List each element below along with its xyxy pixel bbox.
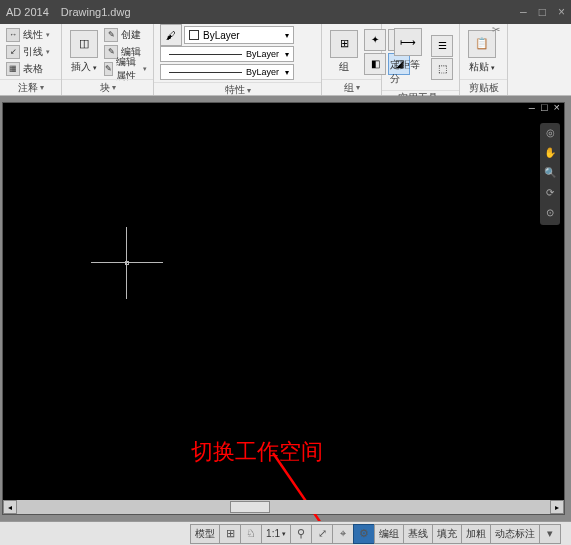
panel-block: ◫ 插入 ▾ ✎创建 ✎编辑 ✎编辑属性▾ 块▾ — [62, 24, 154, 95]
app-name-suffix: AD 2014 — [6, 6, 49, 18]
panel-annotate-title: 注释 — [18, 81, 38, 95]
lock-ui-icon[interactable]: ⤢ — [311, 524, 333, 544]
close-button[interactable]: × — [558, 5, 565, 19]
edit-attributes-button[interactable]: ✎编辑属性▾ — [104, 61, 147, 77]
model-space-button[interactable]: 模型 — [190, 524, 220, 544]
linear-dimension-button[interactable]: ↔线性▾ — [6, 27, 50, 43]
status-toggle-0[interactable]: 编组 — [374, 524, 404, 544]
minimize-button[interactable]: – — [520, 5, 527, 19]
document-area: – □ × ◎ ✋ 🔍 ⟳ ⊙ 切换工作空间 ◂ ▸ — [0, 96, 571, 521]
nav-zoom-icon[interactable]: 🔍 — [543, 167, 557, 181]
measure-button[interactable]: ⟼ 定距等分 — [388, 26, 427, 88]
title-bar: AD 2014 Drawing1.dwg – □ × — [0, 0, 571, 24]
nav-pan-icon[interactable]: ✋ — [543, 147, 557, 161]
scroll-left-button[interactable]: ◂ — [3, 500, 17, 514]
status-toggle-3[interactable]: 加粗 — [461, 524, 491, 544]
panel-group-title: 组 — [344, 81, 354, 95]
panel-clipboard-title: 剪贴板 — [469, 81, 499, 95]
insert-block-icon: ◫ — [70, 30, 98, 58]
scroll-right-button[interactable]: ▸ — [550, 500, 564, 514]
annotation-scale-icon[interactable]: ♘ — [240, 524, 262, 544]
drawing-viewport[interactable]: – □ × ◎ ✋ 🔍 ⟳ ⊙ 切换工作空间 ◂ ▸ — [2, 102, 565, 515]
panel-annotate: ↔线性▾ ↙引线▾ ▦表格 注释▾ — [0, 24, 62, 95]
status-toggle-4[interactable]: 动态标注 — [490, 524, 540, 544]
utility-tool-2[interactable]: ⬚ — [431, 58, 453, 80]
measure-icon: ⟼ — [394, 28, 422, 56]
panel-properties: 🖌 ByLayer ▾ ByLayer▾ ByLayer▾ 特性▾ — [154, 24, 322, 95]
panel-properties-title: 特性 — [225, 83, 245, 97]
status-bar: 模型 ⊞ ♘ 1:1▾ ⚲ ⤢ ⌖ ⚙ 编组 基线 填充 加粗 动态标注 ▾ — [0, 521, 571, 545]
layout-grid-icon[interactable]: ⊞ — [219, 524, 241, 544]
doc-close-button[interactable]: × — [554, 101, 560, 113]
panel-group: ⊞ 组 ✦ □ ◧ ◪ 组▾ — [322, 24, 382, 95]
doc-window-controls: – □ × — [529, 101, 560, 113]
status-toggle-2[interactable]: 填充 — [432, 524, 462, 544]
lineweight-dropdown[interactable]: ByLayer▾ — [160, 64, 294, 80]
layer-color-dropdown[interactable]: ByLayer ▾ — [184, 26, 294, 44]
doc-maximize-button[interactable]: □ — [541, 101, 548, 113]
panel-utilities: ⟼ 定距等分 ☰ ⬚ 实用工具▾ — [382, 24, 460, 95]
group-button[interactable]: ⊞ 组 — [328, 28, 360, 76]
match-properties-button[interactable]: 🖌 — [160, 24, 182, 46]
nav-show-icon[interactable]: ⊙ — [543, 207, 557, 221]
leader-button[interactable]: ↙引线▾ — [6, 44, 50, 60]
doc-minimize-button[interactable]: – — [529, 101, 535, 113]
table-button[interactable]: ▦表格 — [6, 61, 50, 77]
utility-tool-1[interactable]: ☰ — [431, 35, 453, 57]
scroll-thumb[interactable] — [230, 501, 270, 513]
insert-block-button[interactable]: ◫ 插入 ▾ — [68, 28, 100, 76]
scale-ratio-button[interactable]: 1:1▾ — [261, 524, 291, 544]
group-icon: ⊞ — [330, 30, 358, 58]
color-swatch-icon — [189, 30, 199, 40]
panel-clipboard: 📋 粘贴 ▾ ✂ 剪贴板 — [460, 24, 508, 95]
annotation-label: 切换工作空间 — [191, 437, 323, 467]
panel-block-title: 块 — [100, 81, 110, 95]
linetype-dropdown[interactable]: ByLayer▾ — [160, 46, 294, 62]
cut-icon[interactable]: ✂ — [492, 24, 500, 35]
nav-orbit-icon[interactable]: ⟳ — [543, 187, 557, 201]
nav-wheel-icon[interactable]: ◎ — [543, 127, 557, 141]
document-name: Drawing1.dwg — [61, 6, 131, 18]
nav-bar: ◎ ✋ 🔍 ⟳ ⊙ — [540, 123, 560, 225]
status-toggle-1[interactable]: 基线 — [403, 524, 433, 544]
ribbon: ↔线性▾ ↙引线▾ ▦表格 注释▾ ◫ 插入 ▾ ✎创建 ✎编辑 ✎编辑属性▾ … — [0, 24, 571, 96]
annotation-visibility-icon[interactable]: ⚲ — [290, 524, 312, 544]
window-controls: – □ × — [520, 5, 565, 19]
isolate-objects-icon[interactable]: ⌖ — [332, 524, 354, 544]
maximize-button[interactable]: □ — [539, 5, 546, 19]
tray-settings-icon[interactable]: ▾ — [539, 524, 561, 544]
switch-workspace-button[interactable]: ⚙ — [353, 524, 375, 544]
create-block-button[interactable]: ✎创建 — [104, 27, 147, 43]
horizontal-scrollbar[interactable]: ◂ ▸ — [3, 500, 564, 514]
